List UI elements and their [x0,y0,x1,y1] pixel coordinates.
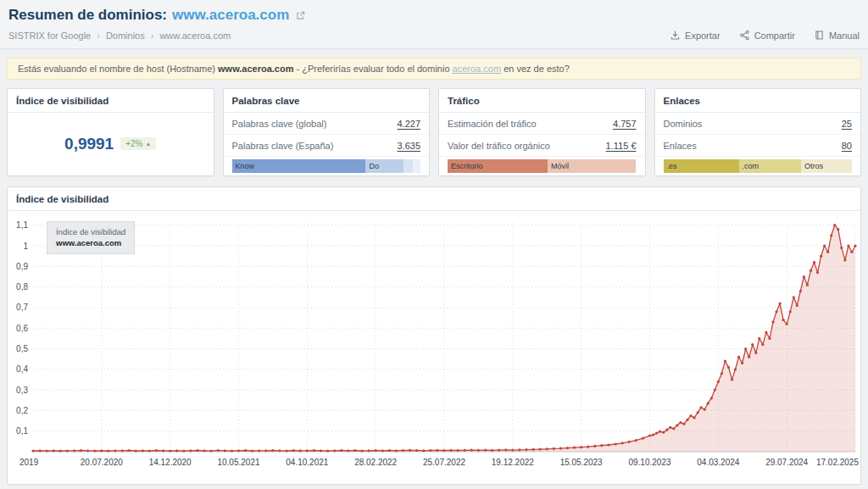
share-button[interactable]: Compartir [739,30,795,41]
row-label: Valor del tráfico orgánico [448,141,550,151]
trend-up-icon: ▲ [145,141,151,147]
svg-text:0,6: 0,6 [16,324,28,333]
external-link-icon[interactable] [296,11,305,20]
row-label: Estimación del tráfico [448,119,537,129]
svg-text:0,7: 0,7 [16,303,28,312]
svg-text:29.07.2024: 29.07.2024 [765,458,808,467]
hostname-notice-banner: Estás evaluando el nombre de host (Hostn… [7,58,861,80]
row-label: Palabras clave (España) [232,141,334,151]
toolbar: Exportar Compartir Manual [670,30,860,41]
notice-text: Estás evaluando el nombre de host (Hostn… [18,64,218,74]
svg-text:0,1: 0,1 [16,426,28,436]
bar-segment-otros: Otros [801,159,852,173]
svg-text:1: 1 [23,242,28,251]
page-header: Resumen de dominios: www.aceroa.com SIST… [0,0,868,49]
page-title: Resumen de dominios: www.aceroa.com [8,7,860,24]
kpi-cards-row: Índice de visibilidad 0,9991 +2% ▲ Palab… [7,88,861,176]
card-title: Enlaces [655,89,861,113]
traffic-estimate-value-link[interactable]: 4.757 [613,119,637,129]
visibility-chart-svg[interactable]: 1,110,90,80,70,60,50,40,30,20,1201920.07… [8,216,860,472]
keywords-card: Palabras clave Palabras clave (global) 4… [223,88,431,176]
chart-title: Índice de visibilidad [8,187,860,211]
bar-segment [413,159,420,173]
bar-segment-com: .com [739,159,801,173]
svg-text:0,5: 0,5 [16,344,28,353]
visibility-chart-card: Índice de visibilidad Índice de visibili… [7,186,861,485]
page-title-domain-link[interactable]: www.aceroa.com [172,7,289,24]
card-title: Palabras clave [224,89,430,113]
keywords-spain-row: Palabras clave (España) 3.635 [224,135,430,157]
manual-button[interactable]: Manual [814,30,860,41]
breadcrumb-separator: › [151,31,154,41]
visibility-chart[interactable]: Índice de visibilidad www.aceroa.com 1,1… [8,211,860,472]
svg-text:2019: 2019 [19,458,39,467]
chart-legend: Índice de visibilidad www.aceroa.com [47,221,135,254]
share-icon [739,30,750,41]
book-icon [814,30,825,41]
bar-segment [403,159,413,173]
visibility-index-card: Índice de visibilidad 0,9991 +2% ▲ [7,88,214,176]
keywords-spain-value-link[interactable]: 3.635 [397,141,420,151]
traffic-value-row: Valor del tráfico orgánico 1.115 € [439,135,645,157]
svg-text:28.02.2022: 28.02.2022 [354,458,397,467]
bar-segment-mvil: Móvil [548,159,637,173]
search-intent-bar: KnowDo [232,159,421,173]
download-icon [670,30,681,41]
export-button[interactable]: Exportar [670,30,721,41]
svg-text:09.10.2023: 09.10.2023 [628,458,670,467]
svg-text:15.05.2023: 15.05.2023 [560,458,603,467]
visibility-change-value: +2% [125,139,142,148]
svg-text:14.12.2020: 14.12.2020 [149,458,192,467]
svg-text:1,1: 1,1 [16,220,28,230]
breadcrumb: SISTRIX for Google › Dominios › www.acer… [8,31,231,41]
export-button-label: Exportar [685,31,721,41]
breadcrumb-separator: › [97,31,100,41]
link-domains-value-link[interactable]: 25 [842,119,852,129]
svg-text:0,9: 0,9 [16,262,28,271]
bar-segment-know: Know [232,159,366,173]
svg-text:04.10.2021: 04.10.2021 [286,458,328,467]
bar-segment-do: Do [365,159,403,173]
tld-split-bar: .es.comOtros [664,159,853,173]
row-label: Palabras clave (global) [232,119,327,129]
svg-text:0,3: 0,3 [16,386,28,395]
svg-text:04.03.2024: 04.03.2024 [697,458,739,467]
breadcrumb-item-current: www.aceroa.com [159,31,231,41]
bar-segment-escritorio: Escritorio [448,159,548,173]
links-count-row: Enlaces 80 [655,135,861,157]
bar-segment-es: .es [664,159,739,173]
links-card: Enlaces Dominios 25 Enlaces 80 .es.comOt… [654,88,862,176]
svg-text:20.07.2020: 20.07.2020 [81,458,123,467]
visibility-change-badge: +2% ▲ [120,137,156,150]
breadcrumb-item-sistrix[interactable]: SISTRIX for Google [8,31,91,41]
svg-text:0,2: 0,2 [16,406,28,415]
svg-text:19.12.2022: 19.12.2022 [492,458,534,467]
traffic-estimate-row: Estimación del tráfico 4.757 [439,113,645,135]
page-title-prefix: Resumen de dominios: [8,7,167,24]
share-button-label: Compartir [754,31,795,41]
row-label: Dominios [664,119,703,129]
device-split-bar: EscritorioMóvil [448,159,637,173]
svg-text:0,8: 0,8 [16,282,28,292]
notice-hostname: www.aceroa.com [218,64,293,74]
breadcrumb-item-dominios[interactable]: Dominios [106,31,145,41]
chart-legend-domain: www.aceroa.com [56,237,125,248]
links-count-value-link[interactable]: 80 [842,141,852,151]
notice-text: en vez de esto? [501,64,570,74]
chart-legend-metric: Índice de visibilidad [56,226,125,237]
notice-text: - ¿Preferirías evaluar todo el dominio [294,64,453,74]
traffic-card: Tráfico Estimación del tráfico 4.757 Val… [438,88,646,176]
link-domains-row: Dominios 25 [655,113,861,135]
traffic-value-value-link[interactable]: 1.115 € [606,141,637,151]
row-label: Enlaces [664,141,697,151]
card-title: Tráfico [439,89,645,113]
svg-text:10.05.2021: 10.05.2021 [217,458,259,467]
svg-text:25.07.2022: 25.07.2022 [423,458,465,467]
svg-text:17.02.2025: 17.02.2025 [816,458,859,467]
keywords-global-value-link[interactable]: 4.227 [397,119,420,129]
manual-button-label: Manual [829,31,860,41]
card-title: Índice de visibilidad [8,89,214,113]
keywords-global-row: Palabras clave (global) 4.227 [224,113,430,135]
svg-text:0,4: 0,4 [16,364,28,374]
notice-domain-link[interactable]: aceroa.com [453,64,501,74]
